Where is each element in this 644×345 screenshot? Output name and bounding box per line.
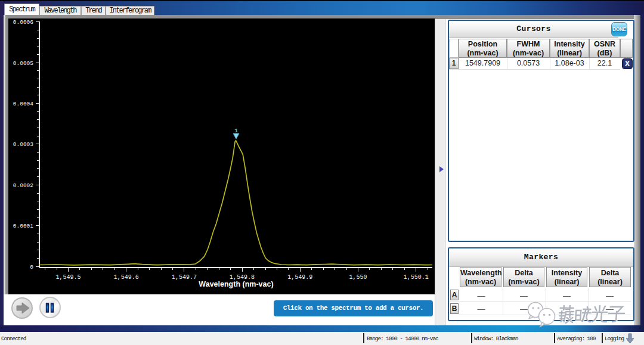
svg-text:0.0004: 0.0004: [13, 101, 34, 107]
svg-text:1: 1: [234, 128, 238, 134]
svg-text:Wavelength (nm-vac): Wavelength (nm-vac): [199, 280, 273, 288]
svg-text:1,550.1: 1,550.1: [404, 274, 429, 281]
svg-text:0.0002: 0.0002: [13, 182, 34, 189]
svg-text:0.0001: 0.0001: [13, 223, 34, 229]
svg-text:0: 0: [30, 264, 33, 271]
svg-text:0.0006: 0.0006: [13, 19, 34, 26]
svg-text:1,549.7: 1,549.7: [172, 274, 197, 281]
svg-text:1,549.9: 1,549.9: [287, 274, 312, 281]
svg-text:1,549.6: 1,549.6: [114, 274, 139, 281]
svg-text:0.0005: 0.0005: [13, 60, 34, 67]
svg-text:1,550: 1,550: [349, 274, 367, 281]
svg-text:1,549.5: 1,549.5: [55, 274, 80, 281]
svg-text:0.0003: 0.0003: [13, 141, 34, 148]
